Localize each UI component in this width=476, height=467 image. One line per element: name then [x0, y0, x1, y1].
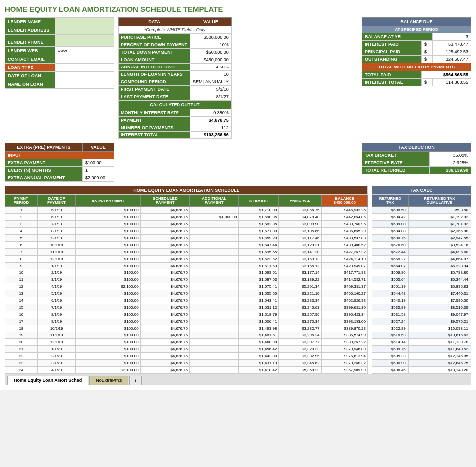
- table-header-row: EXTRA (PRE) PAYMENTS VALUE: [5, 143, 114, 152]
- table-row: LENDER NAME: [5, 18, 114, 26]
- table-row: [5, 35, 114, 38]
- lender-web-value[interactable]: www.: [55, 47, 114, 55]
- table-row: LENGTH OF LOAN IN YEARS 10: [119, 71, 232, 78]
- table-row: TOTAL WITH NO EXTRA PAYMENTS: [362, 63, 471, 71]
- lender-phone-value[interactable]: [55, 38, 114, 47]
- extra-payments-table: EXTRA (PRE) PAYMENTS VALUE INPUT EXTRA P…: [5, 143, 114, 182]
- table-row: FIRST PAYMENT DATE 5/1/18: [119, 86, 232, 93]
- tax-bracket-value[interactable]: 35.00%: [430, 152, 471, 159]
- tab-home-equity[interactable]: Home Equity Loan Amort Sched: [7, 376, 88, 385]
- principal-paid-value: 125,492.53: [432, 48, 471, 56]
- add-sheet-button[interactable]: +: [129, 376, 141, 385]
- table-row: $584.88$2,366.80: [372, 228, 471, 235]
- tax-deduction-section: TAX DEDUCTION TAX BRACKET 35.00% EFFECTI…: [362, 143, 471, 182]
- table-header-row: TAX CALC: [372, 186, 471, 195]
- page-title: HOME EQUITY LOAN AMORTIZATION SCHEDULE T…: [5, 5, 471, 13]
- table-row: $568.27$4,664.87: [372, 256, 471, 263]
- table-row: $514.14$11,130.78: [372, 339, 471, 346]
- balance-due-header: BALANCE DUE: [362, 18, 471, 26]
- extra-payments-header: EXTRA (PRE) PAYMENTS: [5, 143, 83, 152]
- lender-phone-label: LENDER PHONE: [5, 38, 55, 47]
- spacer: [118, 143, 358, 182]
- table-row: LENDER ADDRESS: [5, 26, 114, 35]
- monthly-interest-value: 0.380%: [190, 109, 232, 117]
- table-row: LAST PAYMENT DATE 8/1/27: [119, 93, 232, 101]
- table-row: EFFECTIVE RATE 2.925%: [362, 159, 471, 167]
- table-row: $598.50$598.50: [372, 207, 471, 214]
- first-payment-value[interactable]: 5/1/18: [190, 86, 232, 93]
- table-row: BALANCE AT YR 3: [362, 33, 471, 41]
- lender-name-value[interactable]: [55, 18, 114, 26]
- table-row: INTEREST TOTAL $ 114,868.55: [362, 79, 471, 86]
- table-row: EXTRA PAYMENT $100.00: [5, 159, 114, 167]
- total-returned-label: TOTAL RETURNED: [362, 167, 430, 174]
- balance-col: BALANCE$450,000.00: [321, 195, 367, 207]
- top-section: LENDER NAME LENDER ADDRESS LENDER PHONE …: [5, 17, 471, 139]
- interest-paid-value: 53,470.47: [432, 41, 471, 48]
- lender-address-value[interactable]: [55, 26, 114, 35]
- table-row: $555.64$6,344.44: [372, 276, 471, 283]
- table-row: 113/1/19$100.00$4,676.75$1,587.53$3,189.…: [5, 276, 368, 283]
- last-payment-label: LAST PAYMENT DATE: [119, 93, 190, 101]
- table-column-headers: PYMNTPERIOD DATE OFPAYMENT EXTRA PAYMENT…: [5, 195, 368, 207]
- loan-type-value[interactable]: [55, 64, 114, 72]
- table-row: 59/1/18$100.00$4,676.75$1,659.29$3,117.4…: [5, 235, 368, 242]
- interest-paid-symbol: $: [421, 41, 432, 48]
- at-specified-period: AT SPECIFIED PERIOD: [362, 26, 471, 33]
- table-row: 168/1/19$100.00$4,676.75$1,518.79$3,257.…: [5, 311, 368, 318]
- table-row: $535.89$8,516.39: [372, 304, 471, 311]
- table-row: NUMBER OF PAYMENTS 112: [119, 124, 232, 132]
- table-row: $559.86$5,788.80: [372, 269, 471, 276]
- extra-payment-col: EXTRA PAYMENT: [76, 195, 140, 207]
- name-on-loan-label: NAME ON LOAN: [5, 80, 55, 89]
- table-row: LENDER PHONE: [5, 38, 114, 47]
- table-row: PRINCIPAL PAID $ 125,492.53: [362, 48, 471, 56]
- outstanding-symbol: $: [421, 56, 432, 63]
- table-row: OUTSTANDING $ 324,507.47: [362, 56, 471, 63]
- contact-email-value[interactable]: [55, 55, 114, 64]
- outstanding-value: 324,507.47: [432, 56, 471, 63]
- contact-email-label: CONTACT EMAIL: [5, 55, 55, 64]
- date-of-loan-value[interactable]: [55, 72, 114, 80]
- table-row: 124/1/19$2,100.00$4,676.75$1,575.41$5,20…: [5, 283, 368, 290]
- tab-no-extra-pmts[interactable]: NoExtraPmts: [89, 376, 128, 385]
- lender-address-label: LENDER ADDRESS: [5, 26, 55, 35]
- extra-payment-value[interactable]: $100.00: [82, 159, 114, 167]
- additional-payment-col: ADDITIONALPAYMENT: [189, 195, 238, 207]
- table-row: INPUT: [5, 152, 114, 159]
- table-row: $509.75$11,640.52: [372, 346, 471, 353]
- data-table: DATA VALUE *Complete WHITE Fields, Only …: [118, 17, 232, 139]
- data-col-header: DATA: [119, 18, 190, 26]
- input-subheader: INPUT: [5, 152, 114, 159]
- table-row: 135/1/19$100.00$4,676.75$1,555.65$3,221.…: [5, 290, 368, 297]
- purchase-price-value[interactable]: $500,000.00: [190, 34, 232, 41]
- down-payment-pct-value[interactable]: 10%: [190, 41, 232, 49]
- compound-period-value[interactable]: SEMI-ANNUALLY: [190, 78, 232, 86]
- balance-table: BALANCE DUE AT SPECIFIED PERIOD BALANCE …: [362, 17, 471, 86]
- table-header-row: DATA VALUE: [119, 18, 232, 26]
- balance-at-yr-value[interactable]: 3: [432, 33, 471, 41]
- extra-annual-value[interactable]: $2,000.00: [82, 174, 114, 182]
- table-row: 179/1/19$100.00$4,676.75$1,506.41$3,270.…: [5, 318, 368, 325]
- table-row: 222/1/20$100.00$4,676.75$1,443.80$3,332.…: [5, 353, 368, 360]
- annual-interest-value[interactable]: 4.50%: [190, 64, 232, 71]
- tab-bar: Home Equity Loan Amort Sched NoExtraPmts…: [5, 374, 471, 385]
- loan-years-label: LENGTH OF LOAN IN YEARS: [119, 71, 190, 78]
- name-on-loan-value[interactable]: [55, 80, 114, 89]
- table-row: DATE OF LOAN: [5, 72, 114, 80]
- loan-years-value[interactable]: 10: [190, 71, 232, 78]
- total-paid-value: $564,868.55: [421, 71, 471, 79]
- table-row: $496.45$13,143.20: [372, 367, 471, 374]
- lender-address2-value[interactable]: [55, 35, 114, 38]
- tax-bracket-label: TAX BRACKET: [362, 152, 430, 159]
- lender-address2-label: [5, 35, 55, 38]
- every-n-months-value[interactable]: 1: [82, 167, 114, 174]
- effective-rate-value: 2.925%: [430, 159, 471, 167]
- interest-total-calc-label: INTEREST TOTAL: [119, 132, 190, 139]
- lender-info-section: LENDER NAME LENDER ADDRESS LENDER PHONE …: [5, 17, 114, 139]
- table-row: TOTAL DOWN PAYMENT $50,000.00: [119, 49, 232, 56]
- table-row: NAME ON LOAN: [5, 80, 114, 89]
- scheduled-payment-col: SCHEDULEDPAYMENT: [140, 195, 189, 207]
- interest-total-calc-value: $103,256.86: [190, 132, 232, 139]
- loan-type-label: LOAN TYPE: [5, 64, 55, 72]
